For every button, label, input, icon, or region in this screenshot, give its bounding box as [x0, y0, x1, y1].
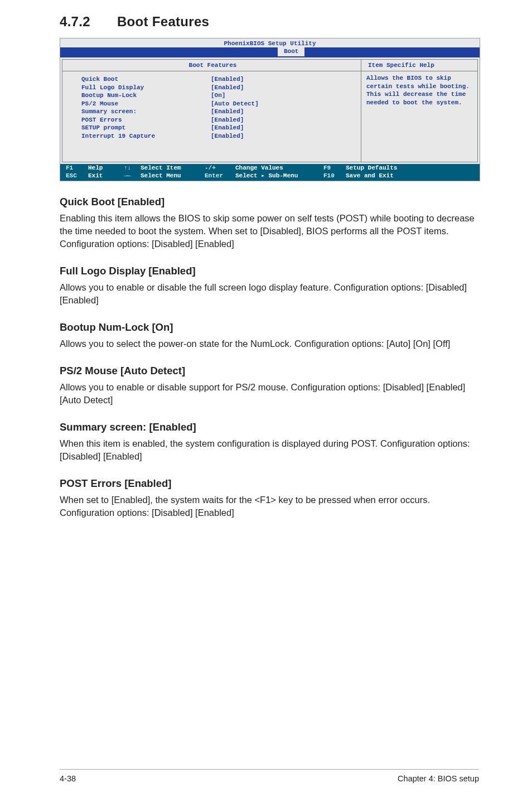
option-label: SETUP prompt [81, 124, 211, 132]
option-label: Bootup Num-Lock [81, 91, 211, 100]
subhead-ps2-mouse: PS/2 Mouse [Auto Detect] [60, 364, 479, 378]
page-footer: 4-38 Chapter 4: BIOS setup [60, 769, 479, 784]
option-ps2-mouse[interactable]: PS/2 Mouse [Auto Detect] [81, 100, 355, 108]
key-plusminus: -/+ [205, 165, 235, 172]
body-quick-boot: Enabling this item allows the BIOS to sk… [60, 212, 479, 250]
body-bootup-numlock: Allows you to select the power-on state … [60, 337, 479, 350]
footer-keys-4: F9 F10 [323, 165, 346, 180]
bios-menu-bar: Boot [60, 47, 480, 56]
left-panel-title: Boot Features [62, 60, 361, 71]
bios-body: Boot Features Quick Boot [Enabled] Full … [60, 56, 480, 165]
option-value: [On] [211, 91, 355, 100]
bios-window-title: PhoenixBIOS Setup Utility [60, 38, 480, 47]
subhead-bootup-numlock: Bootup Num-Lock [On] [60, 320, 479, 335]
label-select-menu: Select Menu [141, 172, 205, 180]
option-bootup-numlock[interactable]: Bootup Num-Lock [On] [81, 91, 355, 100]
body-summary-screen: When this item is enabled, the system co… [60, 437, 479, 463]
option-post-errors[interactable]: POST Errors [Enabled] [81, 116, 355, 124]
option-label: Full Logo Display [81, 84, 211, 92]
bios-left-panel: Boot Features Quick Boot [Enabled] Full … [62, 59, 361, 163]
option-value: [Enabled] [211, 116, 355, 124]
option-value: [Enabled] [211, 75, 355, 84]
footer-keys-3: -/+ Enter [205, 165, 235, 180]
chapter-label: Chapter 4: BIOS setup [398, 773, 479, 784]
option-label: Interrupt 19 Capture [81, 132, 211, 141]
option-quick-boot[interactable]: Quick Boot [Enabled] [81, 75, 355, 84]
tabs-spacer [60, 47, 278, 56]
option-label: PS/2 Mouse [81, 100, 211, 108]
section-heading: 4.7.2 Boot Features [60, 12, 479, 31]
label-select-submenu: Select ▸ Sub-Menu [235, 172, 323, 180]
option-value: [Auto Detect] [211, 100, 355, 108]
body-ps2-mouse: Allows you to enable or disable support … [60, 381, 479, 407]
key-leftright: →← [124, 172, 141, 180]
bios-footer: F1 ESC Help Exit ↑↓ →← Select Item Selec… [60, 164, 480, 181]
label-change-values: Change Values [235, 165, 323, 172]
section-number: 4.7.2 [60, 12, 113, 31]
key-f10: F10 [323, 172, 346, 180]
bios-options-list: Quick Boot [Enabled] Full Logo Display [… [62, 71, 361, 162]
option-setup-prompt[interactable]: SETUP prompt [Enabled] [81, 124, 355, 132]
option-value: [Enabled] [211, 124, 355, 132]
body-post-errors: When set to [Enabled], the system waits … [60, 494, 479, 519]
option-summary-screen[interactable]: Summary screen: [Enabled] [81, 108, 355, 116]
label-select-item: Select Item [141, 165, 205, 172]
option-label: Summary screen: [81, 108, 211, 116]
key-updown: ↑↓ [124, 165, 141, 172]
tab-boot-label: Boot [284, 47, 298, 56]
option-value: [Enabled] [211, 84, 355, 92]
subhead-post-errors: POST Errors [Enabled] [60, 476, 479, 491]
tab-boot[interactable]: Boot [278, 47, 304, 56]
key-enter: Enter [205, 172, 235, 180]
footer-keys-1: F1 ESC [66, 165, 88, 180]
section-title: Boot Features [117, 14, 209, 29]
option-value: [Enabled] [211, 132, 355, 141]
tabs-remainder [304, 47, 480, 56]
bios-window: PhoenixBIOS Setup Utility Boot Boot Feat… [60, 38, 480, 181]
option-label: POST Errors [81, 116, 211, 124]
option-label: Quick Boot [81, 75, 211, 84]
footer-labels-4: Setup Defaults Save and Exit [346, 165, 476, 180]
help-panel-text: Allows the BIOS to skip certain tests wh… [361, 71, 477, 158]
footer-keys-2: ↑↓ →← [124, 165, 141, 180]
option-interrupt-19-capture[interactable]: Interrupt 19 Capture [Enabled] [81, 132, 355, 141]
bios-help-panel: Item Specific Help Allows the BIOS to sk… [361, 59, 478, 163]
subhead-full-logo: Full Logo Display [Enabled] [60, 264, 479, 278]
subhead-quick-boot: Quick Boot [Enabled] [60, 195, 479, 209]
key-esc: ESC [66, 172, 88, 180]
label-save-exit: Save and Exit [346, 172, 476, 180]
option-full-logo-display[interactable]: Full Logo Display [Enabled] [81, 84, 355, 92]
page-number: 4-38 [60, 773, 76, 784]
label-setup-defaults: Setup Defaults [346, 165, 476, 172]
option-value: [Enabled] [211, 108, 355, 116]
help-panel-title: Item Specific Help [361, 60, 477, 71]
footer-labels-2: Select Item Select Menu [141, 165, 205, 180]
footer-labels-3: Change Values Select ▸ Sub-Menu [235, 165, 323, 180]
subhead-summary-screen: Summary screen: [Enabled] [60, 420, 479, 434]
label-help: Help [88, 165, 124, 172]
body-full-logo: Allows you to enable or disable the full… [60, 281, 479, 307]
key-f1: F1 [66, 165, 88, 172]
key-f9: F9 [323, 165, 346, 172]
label-exit: Exit [88, 172, 124, 180]
page: 4.7.2 Boot Features PhoenixBIOS Setup Ut… [0, 0, 532, 802]
footer-labels-1: Help Exit [88, 165, 124, 180]
